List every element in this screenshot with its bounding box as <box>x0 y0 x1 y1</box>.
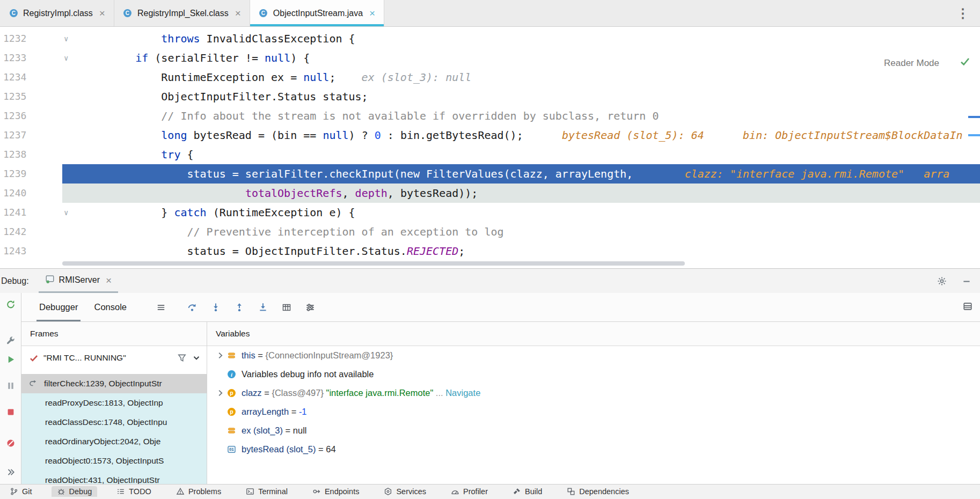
line-number[interactable]: 1243 <box>3 241 26 261</box>
line-number[interactable]: 1239 <box>3 164 26 184</box>
variable-row[interactable]: pclazz = {Class@497} "interface java.rmi… <box>207 384 980 402</box>
code-token <box>109 109 161 122</box>
step-into-icon[interactable] <box>211 303 221 312</box>
layout-rows-icon[interactable] <box>963 302 972 311</box>
grid-view-icon[interactable] <box>282 303 291 312</box>
step-over-icon[interactable] <box>187 303 197 312</box>
line-number[interactable]: 1238 <box>3 145 26 164</box>
git-icon <box>10 487 18 496</box>
mute-breakpoints-icon[interactable] <box>6 438 16 448</box>
reader-mode-toggle[interactable]: Reader Mode <box>884 58 939 69</box>
line-number[interactable]: 1241 <box>3 203 26 222</box>
resume-icon[interactable] <box>6 355 16 364</box>
debug-tab-console[interactable]: Console <box>86 293 135 321</box>
editor-tab[interactable]: CRegistryImpl.class× <box>0 0 114 26</box>
statusbar-item-label: Services <box>396 487 426 496</box>
pause-icon[interactable] <box>6 381 16 391</box>
variable-value: null <box>293 425 307 436</box>
variable-row[interactable]: iVariables debug info not available <box>207 365 980 384</box>
statusbar-item-dependencies[interactable]: Dependencies <box>561 486 634 497</box>
hide-tabs-icon[interactable] <box>6 467 16 477</box>
editor-tab[interactable]: CObjectInputStream.java× <box>250 0 384 26</box>
tab-options-icon[interactable]: ⋮ <box>946 0 980 26</box>
wrench-icon[interactable] <box>6 336 16 346</box>
code-token: 0 <box>375 129 381 142</box>
statusbar-item-endpoints[interactable]: Endpoints <box>307 486 365 497</box>
error-stripe-mark[interactable] <box>968 134 980 136</box>
statusbar-item-debug[interactable]: Debug <box>52 486 98 497</box>
code-line: 1233∨ if (serialFilter != null) { <box>0 48 980 68</box>
statusbar-item-problems[interactable]: Problems <box>171 486 226 497</box>
code-token: // Info about the stream is not availabl… <box>161 109 659 122</box>
stack-frame-label: filterCheck:1239, ObjectInputStr <box>44 379 162 388</box>
hamburger-menu-icon[interactable] <box>156 303 166 312</box>
step-out-icon[interactable] <box>235 303 244 312</box>
code-token <box>109 187 245 200</box>
error-stripe-mark[interactable] <box>968 116 980 118</box>
close-tab-icon[interactable]: × <box>99 8 105 18</box>
stack-frame-item[interactable]: readObject:431, ObjectInputStr <box>21 471 207 484</box>
line-number[interactable]: 1232 <box>3 29 26 48</box>
variable-row[interactable]: ex (slot_3) = null <box>207 421 980 440</box>
line-number[interactable]: 1237 <box>3 126 26 145</box>
frames-list: filterCheck:1239, ObjectInputStrreadProx… <box>21 374 207 484</box>
line-number[interactable]: 1235 <box>3 87 26 106</box>
minimize-icon[interactable] <box>962 276 971 286</box>
close-tab-icon[interactable]: × <box>235 8 241 18</box>
statusbar-item-terminal[interactable]: Terminal <box>240 486 293 497</box>
debug-info-message: Variables debug info not available <box>242 369 374 379</box>
statusbar-item-git[interactable]: Git <box>4 486 38 497</box>
statusbar-item-services[interactable]: Services <box>378 486 432 497</box>
line-number[interactable]: 1240 <box>3 184 26 203</box>
close-tab-icon[interactable]: × <box>369 8 375 18</box>
variable-name: ex (slot_3) <box>242 425 283 436</box>
filter-funnel-icon[interactable] <box>177 353 187 363</box>
stack-frame-item[interactable]: readOrdinaryObject:2042, Obje <box>21 432 207 451</box>
parameter-icon: p <box>226 407 236 417</box>
statusbar-item-profiler[interactable]: Profiler <box>445 486 493 497</box>
code-token: totalObjectRefs <box>245 187 342 200</box>
code-editor[interactable]: 1232∨ throws InvalidClassException {1233… <box>0 27 980 268</box>
expand-chevron-icon[interactable] <box>214 388 226 398</box>
stack-frame-item[interactable]: readProxyDesc:1813, ObjectInp <box>21 393 207 413</box>
equals-sign: = <box>255 350 266 361</box>
variable-row[interactable]: parrayLength = -1 <box>207 402 980 421</box>
stack-frame-item[interactable]: filterCheck:1239, ObjectInputStr <box>21 374 207 393</box>
thread-selector[interactable]: "RMI TC... RUNNING" <box>21 346 207 370</box>
svg-text:p: p <box>230 390 233 396</box>
primitive-icon: 01 <box>226 445 236 454</box>
line-number[interactable]: 1233 <box>3 48 26 68</box>
fold-marker-icon[interactable]: ∨ <box>64 203 68 222</box>
horizontal-scrollbar[interactable] <box>62 261 685 266</box>
expand-chevron-icon[interactable] <box>214 351 226 360</box>
statusbar-item-todo[interactable]: TODO <box>111 486 157 497</box>
navigate-link[interactable]: Navigate <box>445 388 480 398</box>
line-number[interactable]: 1242 <box>3 222 26 241</box>
line-number[interactable]: 1236 <box>3 106 26 126</box>
stop-icon[interactable] <box>6 407 16 417</box>
debug-session-tab[interactable]: RMIServer × <box>39 269 119 293</box>
threads-settings-icon[interactable] <box>305 303 315 312</box>
inspections-ok-icon[interactable] <box>960 56 970 69</box>
stack-frame-item[interactable]: readClassDesc:1748, ObjectInpu <box>21 413 207 432</box>
session-tab-label: RMIServer <box>59 275 100 285</box>
editor-tab[interactable]: CRegistryImpl_Skel.class× <box>114 0 250 26</box>
chevron-down-icon[interactable] <box>192 353 201 363</box>
line-number[interactable]: 1234 <box>3 68 26 87</box>
fold-marker-icon[interactable]: ∨ <box>64 29 68 48</box>
statusbar-item-build[interactable]: Build <box>507 486 547 497</box>
fold-marker-icon[interactable]: ∨ <box>64 48 68 68</box>
code-token: depth <box>355 187 387 200</box>
gear-icon[interactable] <box>937 276 947 286</box>
code-area: 1232∨ throws InvalidClassException {1233… <box>0 29 980 261</box>
variable-row[interactable]: 01bytesRead (slot_5) = 64 <box>207 440 980 459</box>
code-token: , <box>342 187 355 200</box>
code-line: 1234 RuntimeException ex = null; ex (slo… <box>0 68 980 87</box>
run-to-cursor-icon[interactable] <box>258 303 268 312</box>
rerun-debug-icon[interactable] <box>6 299 16 309</box>
stack-frame-item[interactable]: readObject0:1573, ObjectInputS <box>21 451 207 471</box>
code-line: 1240 totalObjectRefs, depth, bytesRead))… <box>0 184 980 203</box>
debug-tab-debugger[interactable]: Debugger <box>31 293 86 321</box>
close-session-icon[interactable]: × <box>106 275 112 285</box>
variable-row[interactable]: this = {ConnectionInputStream@1923} <box>207 346 980 365</box>
